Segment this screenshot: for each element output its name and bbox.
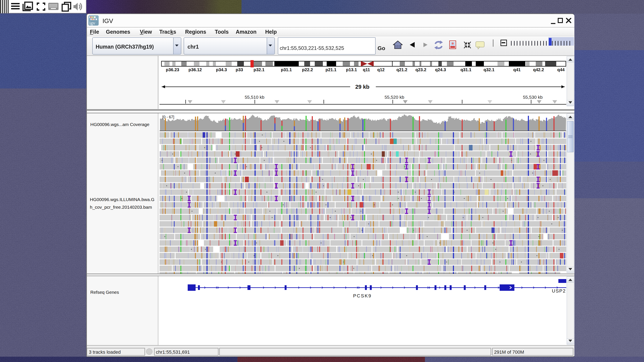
svg-text:q24.3: q24.3 [435,67,446,72]
svg-text:p32.1: p32.1 [254,67,264,72]
svg-text:q23.2: q23.2 [415,67,426,72]
svg-text:55,510 kb: 55,510 kb [245,95,264,100]
svg-text:[0 - 67]: [0 - 67] [162,115,174,119]
svg-text:55,520 kb: 55,520 kb [384,95,404,100]
svg-text:USP2: USP2 [552,288,566,294]
svg-text:29 kb: 29 kb [355,84,370,90]
svg-text:q41: q41 [513,67,520,72]
svg-text:igv: igv [89,20,95,25]
svg-text:p13.1: p13.1 [346,67,357,72]
svg-text:q31.1: q31.1 [460,67,471,72]
svg-text:p36.12: p36.12 [188,67,202,72]
svg-text:55,530 kb: 55,530 kb [523,95,542,100]
svg-text:p34.3: p34.3 [216,67,227,72]
svg-text:p31.1: p31.1 [281,67,292,72]
svg-text:q42.2: q42.2 [533,67,544,72]
svg-text:p21.1: p21.1 [326,67,336,72]
svg-text:p33: p33 [236,67,243,72]
svg-text:q11: q11 [363,67,370,72]
svg-text:PCSK9: PCSK9 [353,293,372,299]
svg-text:q44: q44 [557,67,565,72]
svg-text:p22.2: p22.2 [302,67,313,72]
svg-text:q12: q12 [377,67,384,72]
svg-text:q32.1: q32.1 [484,67,494,72]
svg-text:q21.2: q21.2 [396,67,407,72]
svg-text:p36.23: p36.23 [166,67,179,72]
